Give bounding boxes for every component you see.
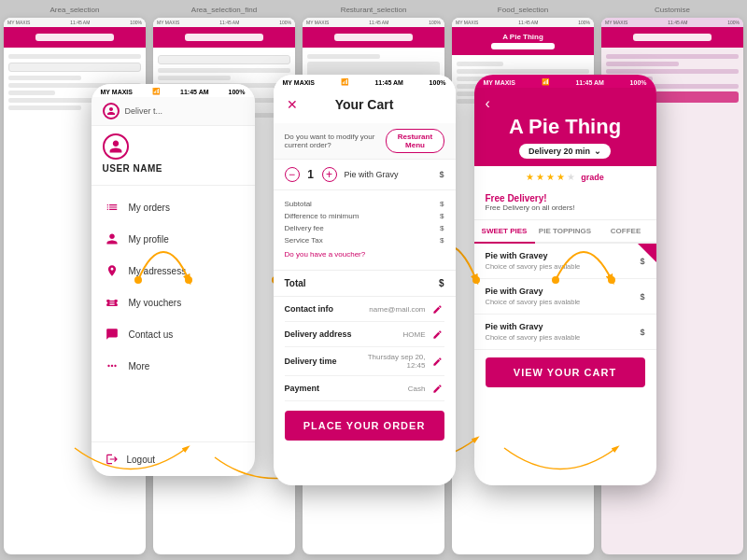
highlight-triangle xyxy=(638,244,656,262)
cart-item-price: $ xyxy=(439,170,444,179)
delivery-label: Deliver t... xyxy=(125,106,163,116)
food-item-3-price: $ xyxy=(640,328,644,337)
diff-min-label: Difference to minimum xyxy=(285,212,359,220)
menu-label-more: More xyxy=(129,361,150,371)
contact-info-value: name@mail.com xyxy=(350,305,426,314)
delivery-address-row: Delivery address HOME xyxy=(285,322,444,347)
left-carrier: MY MAXIS xyxy=(101,89,134,95)
profile-icon xyxy=(105,231,120,246)
star-4: ★ xyxy=(557,172,565,182)
left-status-bar: MY MAXIS 📶 11:45 AM 100% xyxy=(92,84,255,97)
delivery-address-label: Delivery address xyxy=(285,329,352,339)
total-row: Total $ xyxy=(274,271,456,297)
menu-label-profile: My profile xyxy=(129,234,169,245)
username-label: USER NAME xyxy=(103,163,163,174)
contact-edit-button[interactable] xyxy=(431,302,444,315)
food-item-1-name: Pie with Gravey xyxy=(486,251,633,260)
menu-item-orders[interactable]: My orders xyxy=(92,191,255,223)
free-delivery-banner: Free Delivery! Free Delivery on all orde… xyxy=(474,186,656,220)
restaurant-menu-button[interactable]: Resturant Menu xyxy=(386,129,444,153)
food-item-3-name: Pie with Gravy xyxy=(486,322,633,331)
food-item-2-desc: Choice of savory pies avalable xyxy=(486,298,633,306)
diff-min-value: $ xyxy=(440,212,444,220)
subtotal-label: Subtotal xyxy=(285,200,312,208)
user-avatar xyxy=(103,133,129,160)
payment-row: Payment Cash xyxy=(285,376,444,401)
delivery-time-label: Delivery time xyxy=(285,357,350,366)
food-item-2[interactable]: Pie with Gravy Choice of savory pies ava… xyxy=(474,279,656,315)
qty-minus-button[interactable]: − xyxy=(285,167,300,182)
service-tax-row: Service Tax $ xyxy=(285,234,444,246)
free-delivery-title: Free Delivery! xyxy=(486,193,645,203)
star-3: ★ xyxy=(546,172,555,182)
grade-label: grade xyxy=(581,173,604,182)
payment-edit-button[interactable] xyxy=(431,382,444,395)
contact-section: Contact info name@mail.com Delivery addr… xyxy=(274,297,456,401)
star-2: ★ xyxy=(536,172,544,182)
left-battery: 100% xyxy=(229,89,246,95)
service-tax-value: $ xyxy=(440,236,444,245)
service-tax-label: Service Tax xyxy=(285,236,323,245)
orders-icon xyxy=(105,200,120,215)
star-1: ★ xyxy=(526,172,534,182)
tab-coffee[interactable]: COFFEE xyxy=(596,220,656,244)
cart-close-button[interactable]: ✕ xyxy=(285,97,300,112)
free-delivery-desc: Free Delivery on all orders! xyxy=(486,203,645,212)
menu-tabs: SWEET PIES PIE TOPPINGS COFFEE xyxy=(474,220,656,244)
modify-text: Do you want to modify your current order… xyxy=(285,133,387,149)
delivery-time-value: Thursday sep 20, 12:45 xyxy=(350,353,426,370)
cart-item-row: − 1 + Pie with Gravy $ xyxy=(274,160,456,190)
center-status-bar: MY MAXIS 📶 11:45 AM 100% xyxy=(274,75,456,88)
food-item-3[interactable]: Pie with Gravy Choice of savory pies ava… xyxy=(474,315,656,350)
more-icon xyxy=(105,358,120,373)
voucher-link[interactable]: Do you have a voucher? xyxy=(285,246,444,262)
left-phone: MY MAXIS 📶 11:45 AM 100% Deliver t... US… xyxy=(92,84,255,476)
center-time: 11:45 AM xyxy=(374,79,402,86)
delivery-address-value: HOME xyxy=(352,330,426,339)
tab-pie-toppings[interactable]: PIE TOPPINGS xyxy=(535,220,596,244)
menu-item-profile[interactable]: My profile xyxy=(92,223,255,255)
contact-icon xyxy=(105,327,120,342)
delivery-badge-text: Delivery 20 min xyxy=(529,147,590,156)
menu-item-vouchers[interactable]: My vouchers xyxy=(92,287,255,318)
menu-label-addresses: My adressess xyxy=(129,266,187,276)
logout-section[interactable]: Logout xyxy=(92,441,255,476)
restaurant-header: ‹ A Pie Thing Delivery 20 min ⌄ xyxy=(474,88,656,166)
qty-plus-button[interactable]: + xyxy=(322,167,337,182)
menu-label-vouchers: My vouchers xyxy=(129,298,182,308)
phones-container: MY MAXIS 📶 11:45 AM 100% Deliver t... US… xyxy=(0,0,747,560)
cart-modify-bar: Do you want to modify your current order… xyxy=(274,123,456,160)
center-carrier: MY MAXIS xyxy=(283,79,316,86)
food-item-1[interactable]: Pie with Gravey Choice of savory pies av… xyxy=(474,244,656,279)
menu-item-contact[interactable]: Contact us xyxy=(92,318,255,350)
right-status-bar: MY MAXIS 📶 11:45 AM 100% xyxy=(474,75,656,88)
payment-value: Cash xyxy=(350,385,426,393)
menu-item-more[interactable]: More xyxy=(92,350,255,382)
right-carrier: MY MAXIS xyxy=(484,79,516,86)
total-value: $ xyxy=(439,278,444,288)
delivery-time-row: Delivery time Thursday sep 20, 12:45 xyxy=(285,347,444,376)
logout-label: Logout xyxy=(127,455,156,465)
back-button[interactable]: ‹ xyxy=(486,95,645,112)
logout-icon xyxy=(105,452,120,467)
delivery-fee-label: Delivery fee xyxy=(285,224,324,232)
delivery-fee-row: Delivery fee $ xyxy=(285,222,444,234)
stars-row: ★ ★ ★ ★ ★ grade xyxy=(474,166,656,186)
view-cart-button[interactable]: VIEW YOUR CART xyxy=(486,357,645,387)
right-battery: 100% xyxy=(630,79,647,86)
menu-item-addresses[interactable]: My adressess xyxy=(92,255,255,287)
delivery-person-icon xyxy=(103,103,120,119)
chevron-down-icon: ⌄ xyxy=(594,147,601,156)
menu-items-list: Pie with Gravey Choice of savory pies av… xyxy=(474,244,656,350)
right-time: 11:45 AM xyxy=(575,79,603,86)
menu-label-orders: My orders xyxy=(129,203,170,213)
left-status-icons: 📶 xyxy=(152,88,161,95)
delivery-address-edit-button[interactable] xyxy=(431,328,444,341)
right-phone: MY MAXIS 📶 11:45 AM 100% ‹ A Pie Thing D… xyxy=(474,75,656,485)
delivery-time-edit-button[interactable] xyxy=(431,355,444,368)
food-item-1-desc: Choice of savory pies avalable xyxy=(486,262,633,271)
qty-number: 1 xyxy=(305,168,317,181)
place-order-button[interactable]: PLACE YOUR ORDER xyxy=(285,411,444,441)
food-item-2-price: $ xyxy=(640,292,644,301)
tab-sweet-pies[interactable]: SWEET PIES xyxy=(474,220,535,244)
